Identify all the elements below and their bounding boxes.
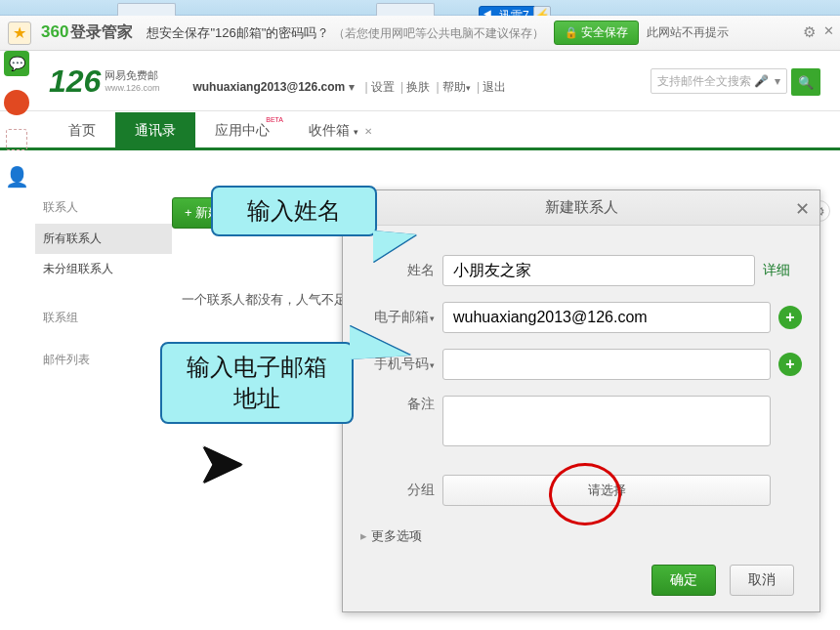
row-phone: 手机号码▾ + bbox=[360, 349, 802, 380]
account-bar: wuhuaxiang2013@126.com |设置 |换肤 |帮助▾ |退出 bbox=[192, 65, 506, 96]
close-tab-icon[interactable]: ✕ bbox=[364, 126, 372, 137]
tab-inbox[interactable]: 收件箱▾✕ bbox=[289, 112, 392, 147]
group-select[interactable]: 请选择 bbox=[442, 475, 771, 506]
label-note: 备注 bbox=[360, 396, 435, 413]
sidebar-header-maillist: 邮件列表 bbox=[35, 344, 172, 376]
tab-contacts[interactable]: 通讯录 bbox=[115, 112, 195, 147]
contacts-sidebar: 联系人 所有联系人 未分组联系人 联系组 邮件列表 bbox=[35, 188, 172, 376]
chevron-down-icon: ▾ bbox=[354, 127, 358, 137]
tab-fragment bbox=[376, 3, 435, 16]
menu-skin[interactable]: 换肤 bbox=[406, 80, 430, 94]
rail-icon-talk[interactable]: 💬 bbox=[4, 51, 29, 76]
safe-save-button[interactable]: 安全保存 bbox=[554, 21, 639, 45]
sidebar-header-contacts: 联系人 bbox=[35, 191, 172, 224]
callout-enter-email: 输入电子邮箱地址 bbox=[160, 342, 354, 424]
more-options-toggle[interactable]: 更多选项 bbox=[360, 527, 802, 545]
left-icon-rail: 💬 ゟ 👤 bbox=[0, 51, 33, 189]
detail-link[interactable]: 详细 bbox=[763, 262, 802, 279]
star-icon: ★ bbox=[13, 23, 26, 42]
rail-icon-profile[interactable]: 👤 bbox=[4, 164, 29, 189]
label-group: 分组 bbox=[360, 482, 435, 499]
cancel-button[interactable]: 取消 bbox=[730, 565, 794, 596]
menu-logout[interactable]: 退出 bbox=[483, 80, 506, 94]
ok-button[interactable]: 确定 bbox=[651, 565, 716, 596]
search-button[interactable]: 🔍 bbox=[791, 68, 820, 96]
account-email[interactable]: wuhuaxiang2013@126.com bbox=[192, 80, 345, 94]
note-input[interactable] bbox=[442, 396, 771, 446]
name-input[interactable] bbox=[442, 255, 755, 286]
callout-tail bbox=[350, 326, 410, 359]
sidebar-item-ungrouped[interactable]: 未分组联系人 bbox=[35, 254, 172, 284]
login-manager-bar: ★ 360 登录管家 想安全保存"126邮箱"的密码吗？ （若您使用网吧等公共电… bbox=[0, 16, 840, 51]
callout-enter-name: 输入姓名 bbox=[211, 186, 377, 236]
row-group: 分组 请选择 bbox=[360, 475, 802, 506]
dialog-close-button[interactable]: ✕ bbox=[795, 198, 810, 220]
gear-icon[interactable]: ⚙ bbox=[803, 23, 816, 41]
save-password-prompt: 想安全保存"126邮箱"的密码吗？ （若您使用网吧等公共电脑不建议保存） bbox=[147, 24, 544, 42]
mail-header: 126 网易免费邮 www.126.com wuhuaxiang2013@126… bbox=[0, 51, 840, 111]
126-logo: 126 网易免费邮 www.126.com bbox=[49, 65, 159, 97]
search-icon: 🔍 bbox=[798, 75, 814, 90]
label-name: 姓名 bbox=[360, 262, 435, 279]
tab-home[interactable]: 首页 bbox=[49, 112, 115, 147]
email-input[interactable] bbox=[442, 302, 771, 333]
main-nav: 首页 通讯录 应用中心BETA 收件箱▾✕ bbox=[0, 111, 840, 150]
tab-fragment bbox=[117, 3, 176, 16]
sidebar-header-groups: 联系组 bbox=[35, 302, 172, 334]
tab-app-center[interactable]: 应用中心BETA bbox=[195, 112, 289, 147]
sidebar-item-all[interactable]: 所有联系人 bbox=[35, 224, 172, 254]
row-note: 备注 bbox=[360, 396, 802, 449]
mic-icon[interactable]: 🎤 bbox=[754, 74, 769, 88]
menu-settings[interactable]: 设置 bbox=[371, 80, 395, 94]
account-dropdown-icon[interactable] bbox=[345, 80, 358, 94]
label-email: 电子邮箱▾ bbox=[360, 309, 435, 326]
add-email-button[interactable]: + bbox=[778, 306, 802, 329]
cursor-glyph: ➤ bbox=[197, 430, 245, 496]
add-phone-button[interactable]: + bbox=[778, 353, 802, 376]
dialog-title: 新建联系人 ✕ bbox=[343, 190, 819, 226]
browser-tab-strip bbox=[0, 0, 840, 16]
rail-icon-placeholder[interactable] bbox=[6, 129, 27, 150]
row-name: 姓名 详细 bbox=[360, 255, 802, 286]
row-email: 电子邮箱▾ + bbox=[360, 302, 802, 333]
favorite-star-button[interactable]: ★ bbox=[8, 21, 31, 45]
search-input[interactable]: 支持邮件全文搜索 🎤 bbox=[651, 68, 787, 94]
rail-icon-weibo[interactable]: ゟ bbox=[4, 90, 29, 115]
phone-input[interactable] bbox=[442, 349, 771, 380]
menu-help[interactable]: 帮助 bbox=[442, 80, 466, 94]
360-logo: 360 登录管家 bbox=[41, 22, 133, 43]
callout-tail bbox=[373, 231, 416, 262]
close-bar-button[interactable]: ✕ bbox=[823, 23, 834, 41]
dont-remind-link[interactable]: 此网站不再提示 bbox=[647, 24, 729, 41]
